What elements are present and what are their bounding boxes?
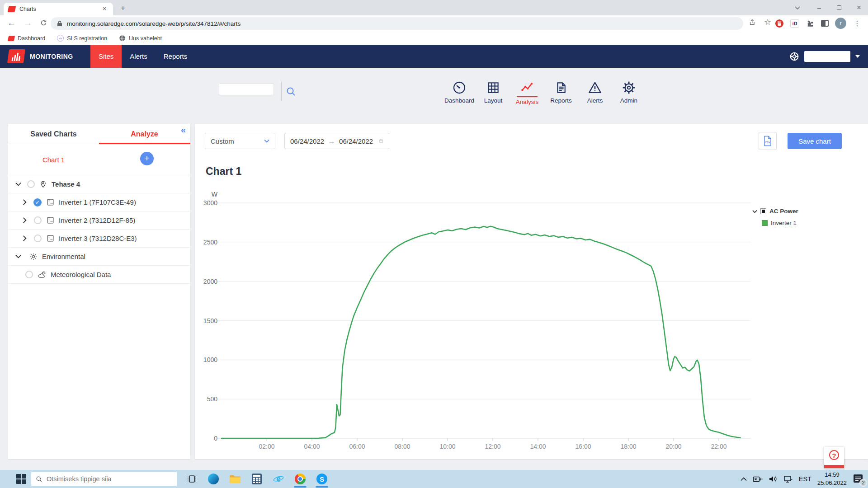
appnav-analysis[interactable]: Analysis	[510, 80, 544, 105]
lifering-icon[interactable]	[789, 52, 799, 61]
taskbar-search-input[interactable]	[47, 475, 164, 483]
user-dropdown-caret-icon[interactable]	[855, 55, 860, 58]
chevron-down-icon[interactable]	[14, 182, 23, 186]
chevron-down-icon	[264, 139, 269, 143]
tree-label: Tehase 4	[52, 180, 80, 188]
bookmark-star-icon[interactable]: ☆	[763, 18, 772, 27]
tree-row-inverter-3[interactable]: Inverter 3 (7312D28C-E3)	[8, 230, 190, 248]
keyboard-language[interactable]: EST	[799, 475, 811, 483]
bookmark-uus-vaheleht[interactable]: Uus vaheleht	[119, 35, 162, 42]
back-icon[interactable]: ←	[7, 18, 16, 28]
network-icon[interactable]	[783, 475, 793, 483]
taskbar-search[interactable]	[31, 472, 177, 486]
action-center-icon[interactable]: 2	[853, 473, 864, 485]
help-widget[interactable]: ?	[824, 447, 844, 468]
bookmarks-bar: Dashboard sls SLS registration Uus vahel…	[0, 32, 868, 45]
address-bar[interactable]: monitoring.solaredge.com/solaredge-web/p…	[51, 17, 743, 30]
internet-explorer-icon[interactable]: e	[268, 470, 289, 488]
tree-label: Meteorological Data	[51, 271, 111, 278]
appnav-dashboard[interactable]: Dashboard	[442, 80, 476, 104]
bookmark-label: Uus vaheleht	[129, 35, 162, 42]
site-search-input[interactable]	[219, 83, 274, 95]
power-plug-icon[interactable]	[753, 476, 763, 483]
appnav-label: Admin	[612, 97, 646, 104]
windows-start-icon[interactable]	[16, 474, 26, 484]
adblock-extension-icon[interactable]	[775, 19, 784, 28]
chrome-icon[interactable]	[289, 470, 311, 488]
appnav-label: Analysis	[510, 99, 544, 105]
legend-group-label: AC Power	[769, 208, 798, 215]
site-radio-unchecked[interactable]	[26, 180, 35, 188]
clock-date[interactable]: 14:59 25.06.2022	[817, 471, 847, 487]
side-panel-icon[interactable]	[821, 20, 829, 27]
legend-group-checkbox[interactable]	[760, 208, 766, 214]
tree-row-environmental[interactable]: Environmental	[8, 248, 190, 266]
reload-icon[interactable]	[40, 19, 47, 27]
tree-row-inverter-2[interactable]: Inverter 2 (7312D12F-85)	[8, 211, 190, 230]
inverter-radio-unchecked[interactable]	[33, 235, 42, 242]
nav-item-alerts[interactable]: Alerts	[122, 45, 155, 68]
legend-series-swatch[interactable]	[762, 220, 768, 226]
date-range-picker[interactable]: 06/24/2022 → 06/24/2022	[284, 133, 389, 149]
add-chart-button[interactable]: +	[140, 152, 154, 165]
tray-chevron-up-icon[interactable]	[741, 477, 747, 481]
file-explorer-icon[interactable]	[224, 470, 246, 488]
legend-series-row[interactable]: Inverter 1	[762, 220, 798, 226]
nav-item-reports[interactable]: Reports	[156, 45, 196, 68]
tab-saved-charts[interactable]: Saved Charts	[8, 130, 99, 138]
tab-title: Charts	[19, 6, 100, 12]
chevron-down-icon[interactable]	[14, 254, 23, 258]
export-csv-button[interactable]: CSV	[759, 132, 777, 150]
tree-label: Inverter 3 (7312D28C-E3)	[59, 235, 137, 242]
id-extension-icon[interactable]: iD	[790, 19, 799, 28]
calculator-icon[interactable]	[246, 470, 268, 488]
tab-analyze[interactable]: Analyze	[99, 130, 190, 138]
edge-icon[interactable]	[203, 470, 224, 488]
task-view-icon[interactable]	[181, 470, 203, 488]
appnav-admin[interactable]: Admin	[612, 80, 646, 104]
maximize-icon[interactable]	[835, 4, 844, 11]
date-preset-select[interactable]: Custom	[205, 133, 275, 149]
inverter-radio-unchecked[interactable]	[33, 216, 42, 224]
close-icon[interactable]: ×	[854, 4, 863, 12]
tree-row-inverter-1[interactable]: ✓ Inverter 1 (7F107C3E-49)	[8, 193, 190, 211]
chevron-down-icon[interactable]	[752, 210, 757, 213]
user-name-box[interactable]	[804, 51, 850, 62]
save-chart-button[interactable]: Save chart	[788, 133, 842, 149]
extensions-puzzle-icon[interactable]	[806, 19, 815, 28]
tab-close-icon[interactable]: ×	[100, 5, 108, 13]
browser-tab[interactable]: Charts ×	[4, 3, 113, 15]
forward-icon[interactable]: →	[24, 18, 32, 28]
appnav-alerts[interactable]: Alerts	[578, 80, 612, 104]
inverter-checkbox-checked[interactable]: ✓	[33, 198, 42, 206]
window-menu-chevron-icon[interactable]	[795, 6, 804, 9]
window-controls: – ×	[795, 2, 863, 14]
minimize-icon[interactable]: –	[815, 4, 824, 11]
chevron-right-icon[interactable]	[20, 235, 29, 241]
search-icon[interactable]	[286, 86, 297, 97]
tree-row-meteorological[interactable]: Meteorological Data	[8, 266, 190, 284]
appnav-reports[interactable]: Reports	[544, 80, 578, 104]
browser-menu-kebab-icon[interactable]: ⋮	[853, 19, 862, 28]
chart-tab[interactable]: Chart 1	[8, 156, 99, 164]
y-tick-label: 1500	[203, 317, 217, 324]
tree-row-site[interactable]: Tehase 4	[8, 175, 190, 193]
volume-icon[interactable]	[769, 475, 778, 483]
skype-icon[interactable]: S	[311, 470, 333, 488]
nav-item-sites[interactable]: Sites	[90, 45, 122, 68]
meteo-radio-unchecked[interactable]	[24, 271, 33, 278]
share-icon[interactable]	[748, 18, 757, 27]
legend-group-row[interactable]: AC Power	[752, 208, 798, 215]
inverter-icon	[46, 235, 55, 242]
x-tick-label: 22:00	[711, 443, 726, 450]
new-tab-button[interactable]: +	[118, 4, 127, 13]
y-axis-unit: W	[212, 191, 218, 198]
bookmark-dashboard[interactable]: Dashboard	[8, 35, 45, 42]
bookmark-sls-registration[interactable]: sls SLS registration	[57, 35, 107, 42]
chart-legend: AC Power Inverter 1	[752, 208, 798, 226]
profile-avatar[interactable]: r	[835, 18, 846, 29]
brand[interactable]: MONITORING	[0, 49, 90, 63]
chevron-right-icon[interactable]	[20, 199, 29, 205]
chevron-right-icon[interactable]	[20, 217, 29, 223]
appnav-layout[interactable]: Layout	[476, 80, 510, 104]
